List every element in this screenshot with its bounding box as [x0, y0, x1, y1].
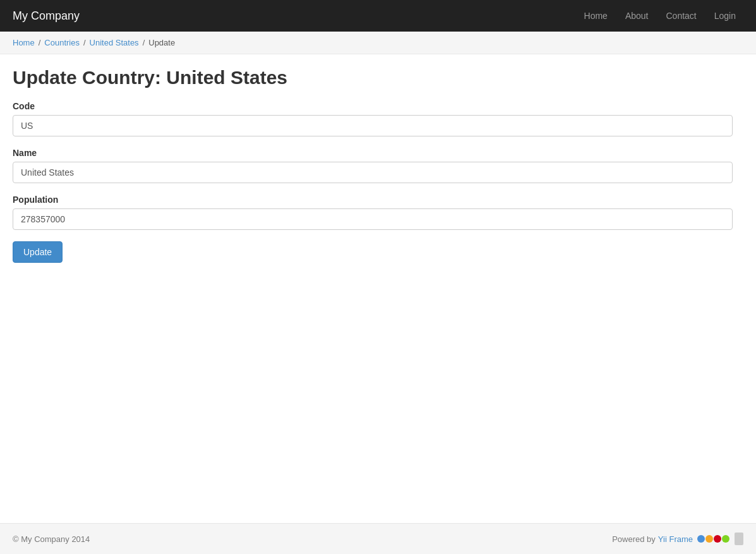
- footer-yii-link[interactable]: Yii Frame: [658, 534, 693, 544]
- breadcrumb-item-united-states: United States: [83, 38, 139, 47]
- nav-item-contact: Contact: [658, 7, 704, 25]
- breadcrumb-bar: Home Countries United States Update: [0, 32, 756, 54]
- breadcrumb: Home Countries United States Update: [13, 38, 743, 47]
- code-label: Code: [13, 101, 743, 111]
- yii-logo-yellow: [705, 535, 713, 543]
- form-group-name: Name: [13, 148, 743, 183]
- footer-copyright: © My Company 2014: [13, 534, 90, 544]
- code-input[interactable]: [13, 115, 733, 136]
- breadcrumb-item-home: Home: [13, 38, 35, 47]
- update-button[interactable]: Update: [13, 241, 63, 263]
- scroll-indicator: [735, 533, 743, 545]
- update-country-form: Code Name Population Update: [13, 101, 743, 263]
- main-content: Update Country: United States Code Name …: [0, 54, 756, 523]
- brand-link[interactable]: My Company: [13, 9, 80, 23]
- nav-link-home[interactable]: Home: [577, 7, 615, 25]
- breadcrumb-item-countries: Countries: [39, 38, 80, 47]
- yii-logo-green: [722, 535, 729, 543]
- navbar: My Company Home About Contact Login: [0, 0, 756, 32]
- nav-item-home: Home: [577, 7, 615, 25]
- breadcrumb-link-united-states[interactable]: United States: [90, 38, 139, 47]
- nav-item-login: Login: [707, 7, 743, 25]
- population-label: Population: [13, 195, 743, 205]
- breadcrumb-link-home[interactable]: Home: [13, 38, 35, 47]
- yii-logo-blue: [697, 535, 705, 543]
- name-label: Name: [13, 148, 743, 158]
- page-title: Update Country: United States: [13, 67, 743, 88]
- footer-right: Powered by Yii Frame: [612, 533, 743, 545]
- breadcrumb-item-update: Update: [143, 38, 176, 47]
- nav-link-contact[interactable]: Contact: [658, 7, 704, 25]
- yii-logo-red: [714, 535, 721, 543]
- name-input[interactable]: [13, 162, 733, 183]
- nav-item-about: About: [618, 7, 656, 25]
- breadcrumb-link-countries[interactable]: Countries: [44, 38, 80, 47]
- breadcrumb-current: Update: [148, 38, 175, 47]
- nav-link-login[interactable]: Login: [707, 7, 743, 25]
- nav-links: Home About Contact Login: [577, 7, 743, 25]
- footer-powered-by-text: Powered by: [612, 534, 656, 544]
- nav-link-about[interactable]: About: [618, 7, 656, 25]
- form-group-population: Population: [13, 195, 743, 230]
- population-input[interactable]: [13, 208, 733, 230]
- footer: © My Company 2014 Powered by Yii Frame: [0, 523, 756, 554]
- yii-logo: [697, 535, 729, 543]
- form-group-code: Code: [13, 101, 743, 136]
